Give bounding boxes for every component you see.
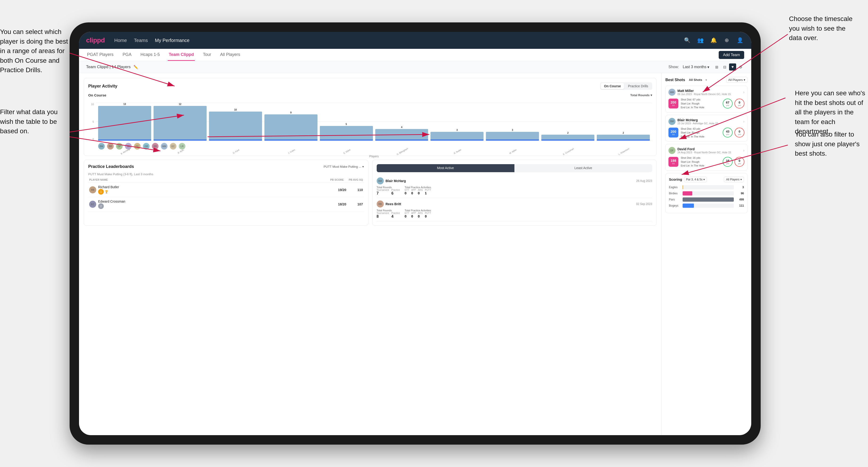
eagles-value: 3	[736, 186, 744, 189]
view-grid-btn[interactable]: ⊟	[721, 63, 728, 70]
score-bar-pars: Pars 499	[669, 197, 744, 201]
nav-link-home[interactable]: Home	[114, 38, 127, 43]
lb-avatar-2: EC	[89, 201, 96, 208]
scoring-players-dropdown[interactable]: All Players ▾	[724, 177, 744, 182]
shot-stats-text-3: Shot Dist: 16 yds Start Lie: Rough End L…	[681, 156, 720, 168]
practice-value-2: 4	[391, 214, 400, 219]
search-icon-btn[interactable]: 🔍	[683, 36, 691, 44]
shot-details-1: 200 SG Shot Dist: 67 yds Start Lie: Roug…	[669, 98, 744, 110]
sub-nav: PGAT Players PGA Hcaps 1-5 Team Clippd T…	[79, 49, 751, 61]
practice-act-label-2: Total Practice Activities	[404, 209, 431, 212]
shot-card-chevron-1: ›	[743, 90, 744, 94]
users-icon-btn[interactable]: 👥	[696, 36, 705, 44]
view-heart-btn[interactable]: ♥	[729, 63, 736, 70]
bogeys-label: Bogeys	[669, 204, 681, 207]
tab-most-active[interactable]: Most Active	[377, 164, 515, 172]
view-grid-small-btn[interactable]: ⊞	[713, 63, 720, 70]
putt-col-1: PUTT 1	[425, 189, 431, 195]
shot-stat-group-1: 67 yds 0 yds	[723, 99, 744, 108]
tab-pgat-players[interactable]: PGAT Players	[86, 49, 115, 61]
most-active-header-2: RB Rees Britt 02 Sep 2023	[377, 200, 652, 208]
show-dropdown[interactable]: Last 3 months ▾	[683, 65, 710, 69]
most-active-avatar-2: RB	[377, 200, 384, 208]
best-shots-header: Best Shots All Shots ▾ All Players ▾	[665, 77, 747, 83]
shot-badge-label-1: SG	[672, 104, 675, 106]
user-icon-btn[interactable]: 👤	[736, 36, 744, 44]
app-label-1: APP	[411, 189, 416, 191]
scoring-title: Scoring	[669, 177, 682, 181]
stat-circle-3b: 0 yds	[735, 157, 744, 167]
top-nav: clippd Home Teams My Performance 🔍 👥 🔔 ⊕…	[79, 32, 751, 49]
shot-player-info-2: Blair McHarg 23 Jul 2023 · Ashridge GC, …	[677, 118, 741, 125]
tab-team-clippd[interactable]: Team Clippd	[168, 49, 195, 61]
stat-circle-3a: 16 yds	[723, 157, 733, 167]
shot-card-chevron-3: ›	[743, 148, 744, 153]
scoring-filter-dropdown[interactable]: Par 3, 4 & 5s ▾	[684, 177, 707, 182]
stat-circle-2a: 43 yds	[723, 128, 733, 137]
shot-card-1[interactable]: MM Matt Miller 09 Jun 2023 · Royal North…	[665, 86, 747, 113]
rounds-row-2: Tournament 8 Practice 4	[377, 212, 400, 219]
bar-lrobertson: 2	[597, 103, 650, 141]
arg-col-2: ARG 0	[418, 212, 423, 218]
shot-stat-group-2: 43 yds 0 yds	[723, 128, 744, 137]
nav-logo: clippd	[86, 36, 105, 44]
all-players-dropdown[interactable]: All Players ▾	[726, 77, 747, 83]
end-lie-1: End Lie: In The Hole	[681, 105, 720, 110]
tab-hcaps[interactable]: Hcaps 1-5	[140, 49, 161, 61]
tab-pga[interactable]: PGA	[121, 49, 132, 61]
lb-avatar-1: RB	[89, 186, 96, 193]
shot-player-meta-1: 09 Jun 2023 · Royal North Devon GC, Hole…	[677, 93, 741, 96]
shot-dist-1: Shot Dist: 67 yds	[681, 98, 720, 102]
shot-player-name-1: Matt Miller	[677, 89, 741, 93]
avatar-dford: DF	[116, 143, 123, 150]
app-col-2: APP 0	[411, 212, 416, 218]
lb-player-info-1: Richard Butler 1 🏆	[98, 185, 119, 195]
most-active-header-1: BM Blair McHarg 26 Aug 2023	[377, 177, 652, 184]
tab-on-course[interactable]: On Course	[601, 83, 624, 89]
lb-score-2: 18/20	[335, 203, 349, 206]
practice-col-1: Practice 6	[391, 189, 400, 195]
tab-all-players[interactable]: All Players	[219, 49, 241, 61]
shot-stats-text-1: Shot Dist: 67 yds Start Lie: Rough End L…	[681, 98, 720, 110]
x-axis-title: Players	[96, 155, 652, 158]
player-activity-card: Player Activity On Course Practice Drill…	[84, 78, 657, 156]
tab-tour[interactable]: Tour	[202, 49, 212, 61]
tab-least-active[interactable]: Least Active	[515, 164, 652, 172]
tournament-value-1: 7	[377, 191, 389, 195]
stat-circle-1a: 67 yds	[723, 99, 733, 108]
gtt-label-2: GTT	[404, 212, 409, 214]
total-rounds-dropdown[interactable]: Total Rounds ▾	[630, 93, 652, 97]
nav-link-my-performance[interactable]: My Performance	[155, 38, 190, 43]
bar-ecrossman: 2	[541, 103, 594, 141]
shot-player-meta-3: 24 Aug 2023 · Royal North Devon GC, Hole…	[677, 151, 741, 154]
shot-dist-2: Shot Dist: 43 yds	[681, 127, 720, 131]
nav-link-teams[interactable]: Teams	[134, 38, 148, 43]
shot-card-header-3: DF David Ford 24 Aug 2023 · Royal North …	[669, 147, 744, 154]
bar-mmiller: 3	[486, 103, 539, 141]
bell-icon-btn[interactable]: 🔔	[709, 36, 718, 44]
add-team-button[interactable]: Add Team	[719, 51, 744, 59]
most-active-avatar-1: BM	[377, 177, 384, 184]
shot-card-2[interactable]: BM Blair McHarg 23 Jul 2023 · Ashridge G…	[665, 115, 747, 142]
annotation-player-select: You can select which player is doing the…	[0, 27, 69, 75]
filter-tab-all-shots[interactable]: All Shots	[687, 77, 704, 82]
lb-rank-row-1: 1 🏆	[98, 189, 119, 195]
putt-value-2: 0	[425, 214, 431, 218]
practice-label-1: Practice	[391, 189, 400, 191]
eagles-fill	[683, 185, 683, 189]
shot-player-info-1: Matt Miller 09 Jun 2023 · Royal North De…	[677, 89, 741, 96]
edit-team-icon[interactable]: ✏️	[133, 65, 138, 69]
drill-dropdown[interactable]: PUTT Must Make Putting ... ▾	[323, 165, 364, 168]
shot-player-name-3: David Ford	[677, 147, 741, 151]
avatar-mmiller: MM	[161, 143, 167, 150]
nav-icons: 🔍 👥 🔔 ⊕ 👤	[683, 36, 744, 44]
bottom-row: Practice Leaderboards PUTT Must Make Put…	[84, 160, 657, 229]
view-settings-btn[interactable]: ⚙	[737, 63, 744, 70]
shot-badge-2: 200 SG	[669, 128, 678, 137]
shot-card-3[interactable]: DF David Ford 24 Aug 2023 · Royal North …	[665, 144, 747, 171]
annotation-filter-player: You can also filter to show just one pla…	[795, 130, 866, 158]
tab-practice-drills[interactable]: Practice Drills	[625, 83, 651, 89]
birdies-label: Birdies	[669, 192, 681, 195]
lb-subtitle: PUTT Must Make Putting (3-6 ft), Last 3 …	[88, 173, 364, 176]
plus-circle-icon-btn[interactable]: ⊕	[722, 36, 731, 44]
